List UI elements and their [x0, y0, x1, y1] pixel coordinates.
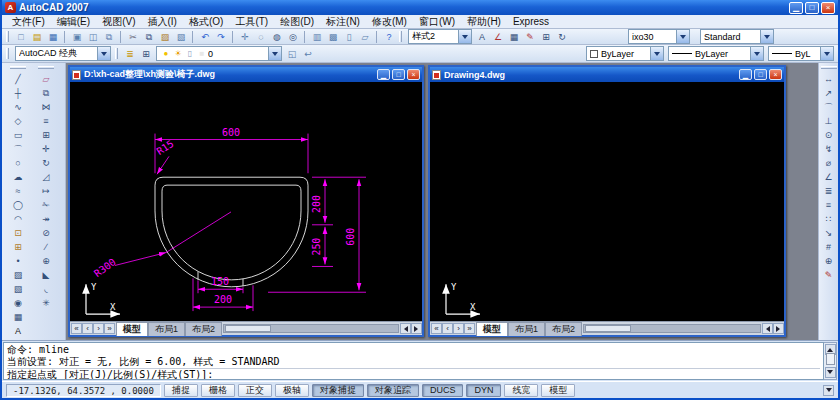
rectangle-icon[interactable]: ▭	[9, 128, 27, 142]
linetype-combo[interactable]: ByLayer	[668, 46, 764, 61]
tool-palettes-icon[interactable]: ▯	[341, 30, 357, 44]
fillet-icon[interactable]: ◟	[37, 282, 55, 296]
command-text-area[interactable]: 命令: mline 当前设置: 对正 = 无, 比例 = 6.00, 样式 = …	[3, 342, 824, 380]
toolbar-grip[interactable]	[6, 48, 9, 59]
doc1-drawing-canvas[interactable]: 600 R15 200 250 600 150 200 R300	[70, 82, 422, 321]
doc-restore-icon[interactable]: □	[754, 69, 767, 80]
status-toggle-dyn[interactable]: DYN	[466, 384, 501, 397]
maximize-icon[interactable]: □	[805, 2, 819, 14]
ellipse-arc-icon[interactable]: ◠	[9, 212, 27, 226]
offset-icon[interactable]: ≡	[37, 114, 55, 128]
status-toggle-lineweight[interactable]: 线宽	[504, 384, 538, 397]
arc-icon[interactable]: ⌒	[9, 142, 27, 156]
layout-tab-layout2[interactable]: 布局2	[185, 322, 222, 336]
menu-view[interactable]: 视图(V)	[96, 14, 141, 30]
rotate-icon[interactable]: ↻	[37, 156, 55, 170]
make-object-layer-current-icon[interactable]: ◱	[284, 47, 300, 61]
dropdown-arrow-icon[interactable]	[676, 30, 689, 43]
toolbar-grip[interactable]	[38, 66, 54, 69]
status-toggle-osnap[interactable]: 对象捕捉	[312, 384, 364, 397]
extend-icon[interactable]: ↠	[37, 212, 55, 226]
hatch-icon[interactable]: ▨	[9, 268, 27, 282]
toolbar-grip[interactable]	[10, 66, 26, 69]
dim-update-icon[interactable]: ↻	[554, 30, 570, 44]
status-toggle-ducs[interactable]: DUCS	[422, 384, 464, 397]
zoom-window-icon[interactable]: ◍	[269, 30, 285, 44]
construction-line-icon[interactable]: ┼	[9, 86, 27, 100]
menu-format[interactable]: 格式(O)	[183, 14, 229, 30]
tolerance-icon[interactable]: #	[820, 240, 838, 254]
redo-icon[interactable]: ↷	[213, 30, 229, 44]
mirror-icon[interactable]: ⋈	[37, 100, 55, 114]
designcenter-icon[interactable]: ▩	[325, 30, 341, 44]
scroll-left-icon[interactable]	[400, 323, 411, 334]
scrollbar-thumb[interactable]	[225, 325, 271, 332]
layer-properties-manager-icon[interactable]: ≣	[122, 47, 138, 61]
doc-minimize-icon[interactable]: ▁	[377, 69, 390, 80]
region-icon[interactable]: ◉	[9, 296, 27, 310]
center-mark-icon[interactable]: ⊕	[820, 254, 838, 268]
properties-icon[interactable]: ▥	[309, 30, 325, 44]
point-icon[interactable]: •	[9, 254, 27, 268]
tab-first-icon[interactable]: «	[71, 323, 82, 334]
block-tool-icon[interactable]: ⊞	[538, 30, 554, 44]
close-icon[interactable]: ×	[821, 2, 835, 14]
menu-express[interactable]: Express	[507, 15, 555, 28]
doc2-title-bar[interactable]: Drawing4.dwg ▁□×	[430, 67, 784, 82]
menu-dimension[interactable]: 标注(N)	[320, 14, 366, 30]
layout-tab-layout2[interactable]: 布局2	[545, 322, 582, 336]
horizontal-scrollbar[interactable]	[583, 324, 761, 333]
paste-icon[interactable]: ▨	[157, 30, 173, 44]
join-icon[interactable]: ⊕	[37, 254, 55, 268]
toolbar-grip[interactable]	[821, 66, 837, 69]
doc2-drawing-canvas[interactable]: Y X	[430, 82, 784, 321]
style-edit-icon[interactable]: ✎	[522, 30, 538, 44]
dim-arc-length-icon[interactable]: ⌒	[820, 100, 838, 114]
table-style-combo[interactable]: Standard	[700, 29, 774, 44]
table-icon[interactable]: ▦	[9, 310, 27, 324]
undo-icon[interactable]: ↶	[197, 30, 213, 44]
layer-states-icon[interactable]: ⊞	[138, 47, 154, 61]
scale-icon[interactable]: ◿	[37, 170, 55, 184]
dropdown-arrow-icon[interactable]	[268, 47, 281, 60]
layout-tab-model[interactable]: 模型	[476, 322, 508, 336]
doc-minimize-icon[interactable]: ▁	[739, 69, 752, 80]
open-icon[interactable]: ▤	[29, 30, 45, 44]
line-icon[interactable]: ╱	[9, 72, 27, 86]
menu-help[interactable]: 帮助(H)	[461, 14, 507, 30]
array-icon[interactable]: ⊞	[37, 128, 55, 142]
dim-edit-icon[interactable]: ✎	[820, 268, 838, 282]
dropdown-arrow-icon[interactable]	[750, 47, 763, 60]
dim-angular-icon[interactable]: ∠	[820, 170, 838, 184]
status-toggle-model[interactable]: 模型	[541, 384, 575, 397]
minimize-icon[interactable]: ▁	[789, 2, 803, 14]
erase-icon[interactable]: ▱	[37, 72, 55, 86]
ellipse-icon[interactable]: ◯	[9, 198, 27, 212]
tab-prev-icon[interactable]: ‹	[442, 323, 453, 334]
tab-first-icon[interactable]: «	[431, 323, 442, 334]
dropdown-arrow-icon[interactable]	[97, 47, 110, 60]
dim-linear-icon[interactable]: ↔	[820, 72, 838, 86]
plot-icon[interactable]: ▣	[69, 30, 85, 44]
trim-icon[interactable]: ✁	[37, 198, 55, 212]
explode-icon[interactable]: ✳	[37, 296, 55, 310]
break-icon[interactable]: ∕	[37, 240, 55, 254]
scroll-left-icon[interactable]	[762, 323, 773, 334]
menu-edit[interactable]: 编辑(E)	[51, 14, 96, 30]
lineweight-combo[interactable]: ByL	[768, 46, 834, 61]
scrollbar-track[interactable]	[826, 357, 835, 365]
workspace-combo[interactable]: AutoCAD 经典	[15, 46, 111, 61]
doc1-title-bar[interactable]: D:\xh-cad整理\xh测验\椅子.dwg ▁□×	[70, 67, 422, 82]
status-toggle-polar[interactable]: 极轴	[275, 384, 309, 397]
text-style-icon[interactable]: A	[474, 30, 490, 44]
command-scrollbar[interactable]	[824, 342, 837, 380]
style2-combo[interactable]: 样式2	[408, 29, 472, 44]
dropdown-arrow-icon[interactable]	[650, 47, 663, 60]
break-at-point-icon[interactable]: ⊘	[37, 226, 55, 240]
tab-last-icon[interactable]: »	[464, 323, 475, 334]
layout-tab-model[interactable]: 模型	[116, 322, 148, 336]
dim-continue-icon[interactable]: ∷	[820, 212, 838, 226]
status-toggle-ortho[interactable]: 正交	[238, 384, 272, 397]
toolbar-grip[interactable]	[399, 31, 402, 42]
tab-last-icon[interactable]: »	[104, 323, 115, 334]
